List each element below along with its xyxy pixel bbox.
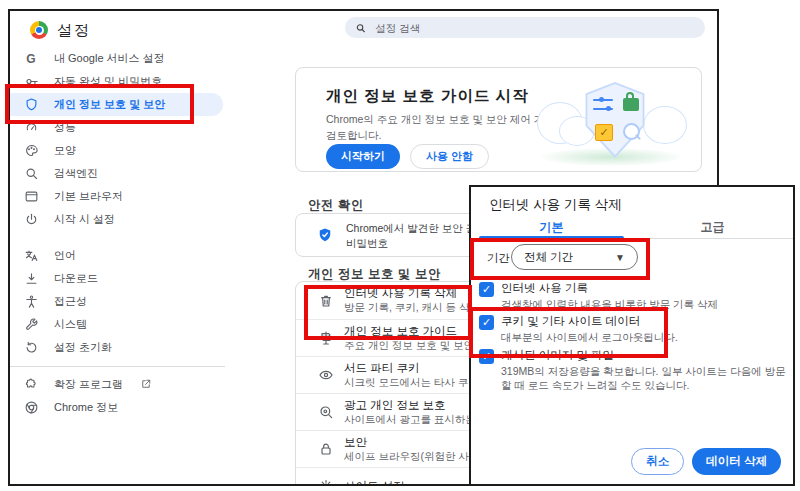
sidebar-item-power[interactable]: 시작 시 설정: [10, 208, 238, 231]
cancel-button[interactable]: 취소: [631, 448, 684, 475]
start-button[interactable]: 시작하기: [326, 144, 400, 169]
tab-basic[interactable]: 기본: [471, 217, 632, 238]
list-item-subtitle: 방문 기록, 쿠키, 캐시 등 삭제: [344, 301, 480, 314]
tune-dot: [606, 106, 611, 111]
checkbox-checked-icon[interactable]: ✓: [479, 315, 494, 330]
search-input[interactable]: [373, 21, 695, 35]
sidebar-item-browser[interactable]: 기본 브라우저: [10, 185, 238, 208]
sidebar-item-palette[interactable]: 모양: [10, 139, 238, 162]
lock-icon: [623, 98, 639, 111]
sidebar-item-wrench[interactable]: 시스템: [10, 313, 238, 336]
dialog-row: ✓인터넷 사용 기록검색창에 입력한 내용을 비롯한 방문 기록 삭제: [479, 281, 787, 311]
sidebar-divider: [10, 366, 225, 367]
sidebar-item-puzzle[interactable]: 확장 프로그램: [10, 373, 238, 396]
tune-dot: [599, 97, 604, 102]
chrome-icon: [23, 400, 39, 416]
sidebar-item-key[interactable]: 자동 완성 및 비밀번호: [10, 70, 238, 93]
puzzle-icon: [23, 377, 39, 393]
dialog-row-subtitle: 319MB의 저장용량을 확보합니다. 일부 사이트는 다음에 방문할 때 로드…: [501, 364, 787, 392]
trash-icon: [318, 293, 334, 309]
list-item-title: 사이트 설정: [344, 479, 405, 486]
sidebar-item-label: 시스템: [54, 317, 87, 332]
ads-icon: [318, 404, 334, 420]
checkbox-checked-icon[interactable]: ✓: [479, 349, 494, 364]
sidebar-item-label: Chrome 정보: [54, 400, 118, 415]
settings-search[interactable]: [345, 17, 705, 38]
gear-icon: [318, 478, 334, 486]
shield-illustration-inner: [585, 84, 645, 155]
chevron-down-icon: ▼: [615, 252, 625, 263]
sidebar-item-label: 접근성: [54, 294, 87, 309]
sidebar-item-label: 설정 초기화: [54, 340, 112, 355]
speedometer-icon: [23, 120, 39, 136]
signpost-icon: [318, 330, 334, 346]
dialog-row: ✓쿠키 및 기타 사이트 데이터대부분의 사이트에서 로그아웃됩니다.: [479, 314, 787, 344]
sidebar-item-chrome[interactable]: Chrome 정보: [10, 396, 238, 419]
checkbox-checked-icon[interactable]: ✓: [479, 282, 494, 297]
dialog-title: 인터넷 사용 기록 삭제: [489, 196, 622, 214]
power-icon: [23, 212, 39, 228]
search-icon: [23, 166, 39, 182]
sidebar-item-label: 검색엔진: [54, 166, 98, 181]
sidebar: G내 Google 서비스 설정자동 완성 및 비밀번호개인 정보 보호 및 보…: [10, 47, 238, 419]
eye-icon: [318, 367, 334, 383]
checkbox-icon: ✓: [595, 124, 613, 141]
period-value: 전체 기간: [524, 250, 573, 265]
sidebar-item-label: 자동 완성 및 비밀번호: [54, 74, 162, 89]
no-thanks-button[interactable]: 사용 안함: [410, 144, 489, 169]
wrench-icon: [23, 317, 39, 333]
sidebar-item-search[interactable]: 검색엔진: [10, 162, 238, 185]
sidebar-item-google-g[interactable]: G내 Google 서비스 설정: [10, 47, 238, 70]
sidebar-item-translate[interactable]: 언어: [10, 244, 238, 267]
dialog-row-title: 쿠키 및 기타 사이트 데이터: [501, 314, 678, 330]
sidebar-item-shield[interactable]: 개인 정보 보호 및 보안: [10, 93, 223, 116]
magnifier-icon: [623, 123, 640, 140]
period-dropdown[interactable]: 전체 기간 ▼: [511, 244, 638, 270]
cloud-shape: [643, 106, 687, 144]
sidebar-item-label: 시작 시 설정: [54, 212, 115, 227]
dialog-row-subtitle: 대부분의 사이트에서 로그아웃됩니다.: [501, 330, 678, 344]
safety-check-header: 안전 확인: [308, 197, 364, 214]
key-icon: [23, 74, 39, 90]
sidebar-item-label: 언어: [54, 248, 76, 263]
sidebar-item-reset[interactable]: 설정 초기화: [10, 336, 238, 359]
external-link-icon: [140, 378, 152, 392]
shield-icon: [23, 97, 39, 113]
dialog-row-title: 인터넷 사용 기록: [501, 281, 718, 297]
translate-icon: [23, 248, 39, 264]
tab-advanced[interactable]: 고급: [632, 217, 793, 238]
list-item-title: 인터넷 사용 기록 삭제: [344, 286, 480, 301]
shield-check-icon: [316, 226, 334, 244]
google-g-icon: G: [23, 51, 39, 67]
browser-icon: [23, 189, 39, 205]
guide-card-title: 개인 정보 보호 가이드 시작: [326, 86, 529, 107]
privacy-guide-illustration: ✓: [531, 76, 691, 166]
sidebar-item-download[interactable]: 다운로드: [10, 267, 238, 290]
dialog-tabs: 기본고급: [471, 217, 793, 239]
clear-data-button[interactable]: 데이터 삭제: [692, 448, 781, 475]
sidebar-item-label: 확장 프로그램: [54, 377, 123, 392]
sidebar-item-label: 개인 정보 보호 및 보안: [54, 97, 165, 112]
download-icon: [23, 271, 39, 287]
sidebar-item-label: 다운로드: [54, 271, 98, 286]
palette-icon: [23, 143, 39, 159]
lock-icon: [318, 441, 334, 457]
sidebar-item-speedometer[interactable]: 성능: [10, 116, 238, 139]
chrome-logo-icon: [30, 21, 48, 39]
sidebar-item-label: 성능: [54, 120, 76, 135]
search-icon: [355, 22, 366, 34]
period-label: 기간: [487, 251, 510, 266]
sidebar-item-label: 모양: [54, 143, 76, 158]
reset-icon: [23, 340, 39, 356]
dialog-row-title: 캐시된 이미지 및 파일: [501, 348, 787, 364]
sidebar-item-label: 내 Google 서비스 설정: [54, 51, 165, 66]
dialog-row: ✓캐시된 이미지 및 파일319MB의 저장용량을 확보합니다. 일부 사이트는…: [479, 348, 787, 392]
clear-browsing-data-dialog: 인터넷 사용 기록 삭제 기본고급 기간 전체 기간 ▼ ✓인터넷 사용 기록검…: [469, 185, 795, 486]
page-title: 설정: [57, 21, 91, 40]
privacy-guide-card: 개인 정보 보호 가이드 시작 Chrome의 주요 개인 정보 보호 및 보안…: [295, 67, 702, 172]
sidebar-item-accessibility[interactable]: 접근성: [10, 290, 238, 313]
sidebar-item-label: 기본 브라우저: [54, 189, 123, 204]
accessibility-icon: [23, 294, 39, 310]
dialog-row-subtitle: 검색창에 입력한 내용을 비롯한 방문 기록 삭제: [501, 297, 718, 311]
